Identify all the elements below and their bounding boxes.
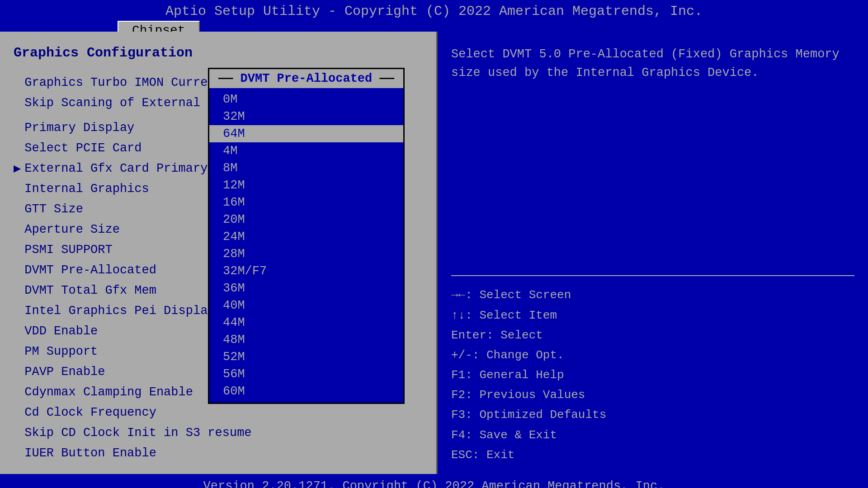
dropdown-item[interactable]: 52M bbox=[209, 348, 403, 366]
right-panel: Select DVMT 5.0 Pre-Allocated (Fixed) Gr… bbox=[436, 32, 868, 474]
legend-item: F4: Save & Exit bbox=[451, 425, 854, 445]
dropdown-item[interactable]: 4M bbox=[209, 142, 403, 160]
menu-item[interactable]: ▶Cd Clock Frequency bbox=[14, 404, 427, 421]
help-text: Select DVMT 5.0 Pre-Allocated (Fixed) Gr… bbox=[451, 45, 854, 266]
dropdown-title: —— DVMT Pre-Allocated —— bbox=[209, 69, 403, 88]
menu-item-label: GTT Size bbox=[24, 202, 83, 216]
legend-item: F2: Previous Values bbox=[451, 385, 854, 405]
menu-item-label: PAVP Enable bbox=[24, 365, 105, 379]
dropdown-item[interactable]: 20M bbox=[209, 211, 403, 228]
menu-item-label: Aperture Size bbox=[24, 223, 120, 236]
dvmt-dropdown[interactable]: —— DVMT Pre-Allocated —— 0M32M64M4M8M12M… bbox=[208, 68, 405, 404]
section-title: Graphics Configuration bbox=[14, 45, 427, 61]
dropdown-item[interactable]: 32M bbox=[209, 108, 403, 125]
version-text: Version 2.20.1271. Copyright (C) 2022 Am… bbox=[203, 479, 665, 488]
main-content: Graphics Configuration ▶Graphics Turbo I… bbox=[0, 32, 868, 474]
menu-item[interactable]: ▶Skip CD Clock Init in S3 resume bbox=[14, 424, 427, 441]
menu-item-label: Graphics Turbo IMON Current bbox=[24, 76, 222, 89]
dropdown-title-text: DVMT Pre-Allocated bbox=[241, 72, 373, 85]
menu-item-label: Skip CD Clock Init in S3 resume bbox=[24, 426, 251, 440]
legend-item: →←: Select Screen bbox=[451, 285, 854, 305]
menu-item-label: VDD Enable bbox=[24, 324, 98, 338]
title-bar: Aptio Setup Utility - Copyright (C) 2022… bbox=[0, 0, 868, 32]
dropdown-item[interactable]: 44M bbox=[209, 314, 403, 331]
legend-item: F1: General Help bbox=[451, 365, 854, 385]
dropdown-item[interactable]: 64M bbox=[209, 125, 403, 142]
bottom-bar: Version 2.20.1271. Copyright (C) 2022 Am… bbox=[0, 474, 868, 488]
menu-item-label: IUER Button Enable bbox=[24, 446, 156, 460]
legend-item: F3: Optimized Defaults bbox=[451, 405, 854, 425]
dropdown-item[interactable]: 40M bbox=[209, 297, 403, 314]
menu-item-label: Cdynmax Clamping Enable bbox=[24, 385, 193, 399]
dropdown-item[interactable]: 36M bbox=[209, 280, 403, 297]
dropdown-list[interactable]: 0M32M64M4M8M12M16M20M24M28M32M/F736M40M4… bbox=[209, 88, 403, 403]
key-legend: →←: Select Screen↑↓: Select ItemEnter: S… bbox=[451, 285, 854, 465]
dropdown-item[interactable]: 24M bbox=[209, 228, 403, 245]
dropdown-item[interactable]: 0M bbox=[209, 91, 403, 108]
divider bbox=[451, 275, 854, 276]
dropdown-item[interactable]: 32M/F7 bbox=[209, 263, 403, 280]
dropdown-item[interactable]: 16M bbox=[209, 194, 403, 211]
menu-item-label: DVMT Pre-Allocated bbox=[24, 263, 156, 277]
menu-item-label: DVMT Total Gfx Mem bbox=[24, 284, 156, 297]
menu-item-label: Cd Clock Frequency bbox=[24, 406, 156, 419]
left-panel: Graphics Configuration ▶Graphics Turbo I… bbox=[0, 32, 436, 474]
dropdown-item[interactable]: 8M bbox=[209, 160, 403, 177]
menu-arrow-icon: ▶ bbox=[14, 161, 21, 176]
menu-item-label: Internal Graphics bbox=[24, 182, 149, 196]
legend-item: Enter: Select bbox=[451, 325, 854, 345]
legend-item: +/-: Change Opt. bbox=[451, 345, 854, 365]
menu-item-label: PSMI SUPPORT bbox=[24, 243, 112, 257]
dropdown-item[interactable]: 12M bbox=[209, 177, 403, 194]
menu-item[interactable]: ▶IUER Button Enable bbox=[14, 445, 427, 461]
dropdown-item[interactable]: 48M bbox=[209, 331, 403, 348]
dropdown-item[interactable]: 56M bbox=[209, 366, 403, 383]
dropdown-item[interactable]: 60M bbox=[209, 383, 403, 400]
bios-title: Aptio Setup Utility - Copyright (C) 2022… bbox=[0, 4, 868, 19]
menu-item-label: Primary Display bbox=[24, 121, 134, 135]
legend-item: ↑↓: Select Item bbox=[451, 305, 854, 325]
dropdown-item[interactable]: 28M bbox=[209, 245, 403, 263]
menu-item-label: PM Support bbox=[24, 345, 98, 358]
legend-item: ESC: Exit bbox=[451, 445, 854, 465]
menu-item-label: Select PCIE Card bbox=[24, 141, 142, 155]
